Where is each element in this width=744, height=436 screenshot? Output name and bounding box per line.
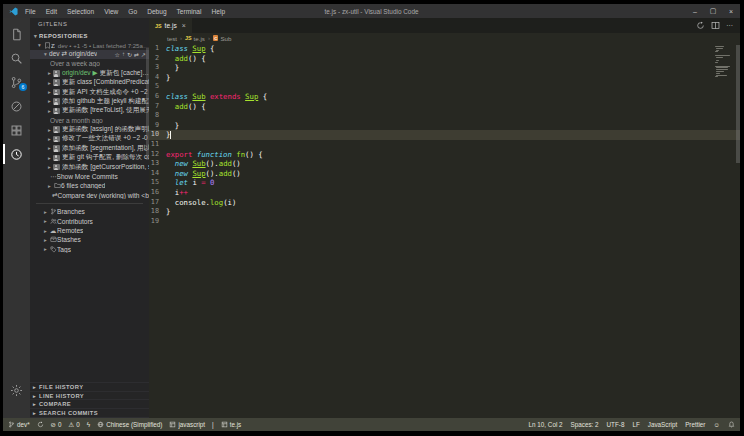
chevron-down-icon: ▾ — [36, 42, 43, 48]
tab-tejs[interactable]: JS te.js × — [149, 18, 192, 33]
section-line-history[interactable]: ▸LINE HISTORY — [30, 392, 149, 401]
status-te-js[interactable]: te.js — [221, 421, 242, 428]
status-sync-icon[interactable] — [37, 421, 44, 428]
sidebar-item-branches[interactable]: ▸ Branches — [30, 207, 149, 216]
status-chinese-simplified-[interactable]: Chinese (Simplified) — [97, 421, 162, 428]
section-search-commits[interactable]: ▸SEARCH COMMITS — [30, 409, 149, 418]
code-line-3[interactable]: 3 } — [149, 63, 740, 73]
code-line-2[interactable]: 2 add() { — [149, 54, 740, 64]
code-line-9[interactable]: 9 } — [149, 121, 740, 131]
close-button[interactable]: × — [722, 4, 740, 18]
sidebar-item-stashes[interactable]: ▸ Stashes — [30, 235, 149, 244]
commit-row[interactable]: ▸修改了一些文法错误 +0 ~2 -0 • 7… — [30, 134, 149, 143]
commit-row[interactable]: ▸更新函数 [assign] 的函数声明以支… — [30, 125, 149, 134]
files-changed-row[interactable]: ▸ 6 files changed — [30, 181, 149, 190]
menu-view[interactable]: View — [99, 8, 123, 15]
remotes-cloud-icon: ☁ — [49, 227, 57, 235]
branch-row-dev[interactable]: ▾dev ⇄ origin/dev☆↑↻⇄↗ — [30, 50, 149, 59]
breadcrumb-item-tejs[interactable]: JSte.js — [185, 35, 205, 42]
code-line-18[interactable]: 18} — [149, 207, 740, 217]
minimap[interactable] — [715, 46, 732, 80]
code-text: new Sub().add() — [166, 159, 241, 169]
status-ln-10-col-2[interactable]: Ln 10, Col 2 — [529, 421, 563, 428]
gitlens-icon — [10, 148, 23, 161]
menu-file[interactable]: File — [20, 8, 41, 15]
section-file-history[interactable]: ▸FILE HISTORY — [30, 383, 149, 392]
maximize-button[interactable]: ▢ — [704, 4, 722, 18]
status-bell-icon[interactable] — [728, 421, 735, 428]
section-compare[interactable]: ▸COMPARE — [30, 400, 149, 409]
fetch-icon[interactable]: ↻ — [127, 51, 132, 58]
code-line-14[interactable]: 14 new Sup().add() — [149, 169, 740, 179]
menu-selection[interactable]: Selection — [62, 8, 99, 15]
status-javascript[interactable]: javascript — [169, 421, 205, 428]
commit-row[interactable]: ▸添加函数 [getCursorPosition, setC… — [30, 162, 149, 171]
menu-terminal[interactable]: Terminal — [172, 8, 207, 15]
compare-icon[interactable]: ⇄ — [134, 51, 139, 58]
breadcrumb: test›JSte.js›CSub — [149, 33, 740, 43]
status-prettier[interactable]: Prettier — [685, 421, 705, 428]
sidebar-item-contributors[interactable]: ▸ Contributors — [30, 216, 149, 225]
commit-row[interactable]: ▸更新 API 文档生成命令 +0 ~2 -0 … — [30, 87, 149, 96]
commit-row[interactable]: ▸添加函数 [segmentation], 用以对… — [30, 144, 149, 153]
compare-working-row[interactable]: ⇄ Compare dev (working) with <branc… — [30, 191, 149, 200]
activity-item-search[interactable] — [3, 46, 30, 70]
code-line-7[interactable]: 7 add() { — [149, 102, 740, 112]
status-0[interactable]: ⚠0 — [68, 421, 79, 429]
status-javascript[interactable]: JavaScript — [648, 421, 677, 428]
code-line-4[interactable]: 4} — [149, 73, 740, 83]
code-line-1[interactable]: 1class Sup { — [149, 44, 740, 54]
menu-help[interactable]: Help — [206, 8, 230, 15]
status-dev-[interactable]: dev* — [8, 421, 30, 428]
more-actions-icon[interactable]: ⋯ — [726, 22, 733, 30]
code-line-15[interactable]: 15 let i = 0 — [149, 178, 740, 188]
code-line-16[interactable]: 16 i++ — [149, 188, 740, 198]
open-changes-icon[interactable] — [696, 21, 705, 30]
editor-scrollbar[interactable] — [735, 43, 740, 418]
status-lf[interactable]: LF — [632, 421, 639, 428]
code-line-12[interactable]: 12export function fn() { — [149, 150, 740, 160]
sidebar-item-tags[interactable]: ▸ Tags — [30, 245, 149, 254]
breadcrumb-item-Sub[interactable]: CSub — [213, 35, 232, 42]
commit-row[interactable]: ▸更新函数 [treeToList], 使用展开… — [30, 106, 149, 115]
commit-row[interactable]: ▸添加 github 主题 jekyll 构建配置… — [30, 97, 149, 106]
code-line-11[interactable]: 11 — [149, 140, 740, 150]
code-line-17[interactable]: 17 console.log(i) — [149, 198, 740, 208]
minimize-button[interactable]: – — [686, 4, 704, 18]
menu-edit[interactable]: Edit — [41, 8, 62, 15]
code-area[interactable]: 1class Sup {2 add() {3 }4}56class Sub ex… — [149, 43, 740, 418]
code-line-10[interactable]: 10} — [149, 130, 740, 140]
star-icon[interactable]: ☆ — [115, 51, 120, 58]
menu-debug[interactable]: Debug — [142, 8, 171, 15]
activity-item-gitlens[interactable] — [3, 142, 30, 166]
activity-item-source-control[interactable]: 6 — [3, 70, 30, 94]
activity-item-explorer[interactable] — [3, 22, 30, 46]
status-utf-8[interactable]: UTF-8 — [607, 421, 625, 428]
code-line-19[interactable]: 19 — [149, 217, 740, 227]
menu-go[interactable]: Go — [123, 8, 142, 15]
status--[interactable]: | — [212, 421, 214, 428]
status-feedback-smiley-icon[interactable]: ☺ — [713, 421, 720, 428]
code-line-5[interactable]: 5 — [149, 82, 740, 92]
commit-row[interactable]: ▸更新 class [CombinedPredicate]… — [30, 78, 149, 87]
repositories-header[interactable]: ▾REPOSITORIES — [30, 31, 149, 40]
code-line-13[interactable]: 13 new Sub().add() — [149, 159, 740, 169]
tab-close-icon[interactable]: × — [182, 22, 186, 29]
activity-item-manage[interactable] — [3, 378, 30, 402]
activity-item-debug[interactable] — [3, 94, 30, 118]
js-file-icon: JS — [155, 23, 162, 29]
activity-item-extensions[interactable] — [3, 118, 30, 142]
status-spaces-2[interactable]: Spaces: 2 — [571, 421, 599, 428]
split-editor-icon[interactable] — [711, 21, 720, 30]
show-more-commits[interactable]: ⋯ Show More Commits — [30, 172, 149, 181]
commit-row[interactable]: ▸更新 git 钩子配置, 删除每次 comm… — [30, 153, 149, 162]
sidebar-item-remotes[interactable]: ▸☁ Remotes — [30, 226, 149, 235]
push-icon[interactable]: ↑ — [122, 51, 125, 58]
code-line-6[interactable]: 6class Sub extends Sup { — [149, 92, 740, 102]
status-0[interactable]: ⊘0 — [51, 421, 62, 429]
status-zap-icon[interactable]: ϟ — [87, 421, 90, 428]
commit-row[interactable]: ▸origin/dev ▶ 更新包 [cache]… — [30, 69, 149, 78]
breadcrumb-item-test[interactable]: test — [167, 35, 177, 42]
repo-row-zx-util[interactable]: ▾ zx-utildev • +1 -5 • Last fetched 7:25… — [30, 40, 149, 49]
code-line-8[interactable]: 8 — [149, 111, 740, 121]
